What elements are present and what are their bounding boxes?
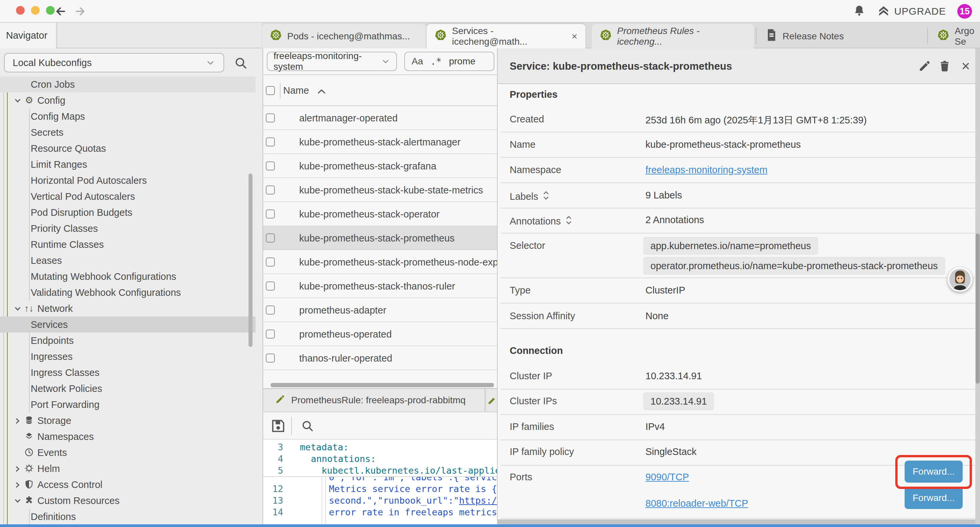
row-checkbox[interactable] (266, 209, 275, 218)
back-arrow-icon[interactable] (53, 5, 67, 18)
row-checkbox[interactable] (266, 234, 275, 242)
sidebar-item-port-forwarding[interactable]: Port Forwarding (0, 396, 256, 412)
save-icon[interactable] (270, 418, 286, 435)
chevron-down-icon[interactable] (14, 497, 21, 505)
table-row[interactable]: kube-prometheus-stack-grafana (263, 154, 497, 178)
runbook-url-link[interactable]: https://net (459, 495, 497, 506)
sidebar-item-mutating-webhook-configurations[interactable]: Mutating Webhook Configurations (0, 269, 256, 285)
expand-collapse-icon[interactable] (565, 215, 572, 228)
namespace-select[interactable]: freeleaps-monitoring-system (267, 52, 397, 71)
bell-icon[interactable] (853, 4, 865, 18)
sidebar-item-validating-webhook-configurations[interactable]: Validating Webhook Configurations (0, 285, 256, 301)
forward-port-button[interactable]: Forward... (905, 487, 963, 509)
sidebar-item-config[interactable]: ⚙︎ Config (0, 92, 256, 108)
detail-bottom-scrollbar[interactable] (498, 519, 980, 524)
navigator-panel-tab[interactable]: Navigator (0, 23, 57, 48)
sidebar-item-endpoints[interactable]: Endpoints (0, 333, 256, 349)
sidebar-item-storage[interactable]: Storage (0, 412, 256, 428)
row-checkbox[interactable] (266, 161, 275, 170)
sort-ascending-icon[interactable] (317, 88, 326, 94)
sidebar-item-ingress-classes[interactable]: Ingress Classes (0, 365, 256, 381)
annotations-value[interactable]: 2 Annotations (646, 215, 704, 226)
sidebar-item-config-maps[interactable]: Config Maps (0, 108, 256, 124)
table-row[interactable]: kube-prometheus-stack-prometheus-node-ex… (263, 250, 497, 274)
tab-pods[interactable]: Pods - icecheng@mathmas... (262, 24, 426, 48)
sidebar-item-runtime-classes[interactable]: Runtime Classes (0, 236, 256, 253)
horizontal-scrollbar[interactable] (270, 383, 494, 387)
sidebar-divider[interactable] (262, 48, 263, 527)
table-row[interactable]: alertmanager-operated (263, 106, 497, 130)
kubeconfig-select[interactable]: Local Kubeconfigs (4, 53, 224, 72)
row-checkbox[interactable] (266, 185, 275, 194)
close-window-button[interactable] (16, 6, 25, 15)
table-row[interactable]: prometheus-operated (263, 322, 497, 346)
user-avatar[interactable] (948, 267, 972, 292)
row-checkbox[interactable] (266, 258, 275, 266)
regex-toggle[interactable]: .* (430, 56, 442, 67)
sidebar-item-limit-ranges[interactable]: Limit Ranges (0, 156, 256, 172)
editor-search-icon[interactable] (301, 419, 315, 434)
port-link-9090[interactable]: 9090/TCP (646, 471, 689, 482)
tab-release-notes[interactable]: Release Notes (758, 24, 926, 48)
row-checkbox[interactable] (266, 282, 275, 291)
sidebar-item-custom-resources[interactable]: Custom Resources (0, 493, 256, 509)
expand-collapse-icon[interactable] (543, 190, 549, 204)
notification-count-badge[interactable]: 15 (957, 4, 972, 19)
search-icon[interactable] (234, 56, 248, 72)
yaml-editor[interactable]: 0","for":"1m","labels":{"service":" 12 M… (263, 439, 497, 524)
name-column-header[interactable]: Name (283, 75, 309, 106)
row-checkbox[interactable] (266, 353, 275, 363)
table-row[interactable]: kube-prometheus-stack-operator (263, 202, 497, 226)
labels-value[interactable]: 9 Labels (646, 190, 682, 201)
detail-panel-divider[interactable] (497, 48, 498, 527)
row-checkbox[interactable] (266, 306, 275, 315)
port-link-8080[interactable]: 8080:reloader-web/TCP (646, 498, 748, 509)
tab-argo[interactable]: Argo Se (929, 24, 980, 48)
trash-icon[interactable] (936, 58, 953, 74)
namespace-link[interactable]: freeleaps-monitoring-system (646, 164, 767, 175)
sidebar-item-helm[interactable]: Helm (0, 461, 256, 477)
sidebar-item-leases[interactable]: Leases (0, 253, 256, 269)
select-all-checkbox[interactable] (266, 86, 275, 95)
table-row[interactable]: kube-prometheus-stack-kube-state-metrics (263, 178, 497, 202)
sidebar-item-events[interactable]: Events (0, 444, 256, 461)
sidebar-item-network[interactable]: ↑↓ Network (0, 301, 256, 317)
minimize-window-button[interactable] (31, 6, 40, 15)
tab-prometheus-rules[interactable]: Prometheus Rules - icecheng... (592, 24, 754, 48)
filter-input[interactable]: Aa .* prome (404, 52, 494, 71)
sidebar-item-secrets[interactable]: Secrets (0, 124, 256, 140)
table-row[interactable]: kube-prometheus-stack-thanos-ruler (263, 274, 497, 298)
chevron-down-icon[interactable] (14, 305, 21, 312)
sidebar-item-network-policies[interactable]: Network Policies (0, 381, 256, 396)
chevron-right-icon[interactable] (14, 417, 21, 425)
sidebar-item-services[interactable]: Services (0, 317, 256, 333)
chevron-down-icon[interactable] (14, 97, 21, 104)
close-panel-icon[interactable]: × (957, 58, 974, 74)
sidebar-item-priority-classes[interactable]: Priority Classes (0, 220, 256, 236)
forward-arrow-icon[interactable] (74, 5, 88, 18)
table-row-selected[interactable]: kube-prometheus-stack-prometheus (263, 226, 497, 250)
tab-services[interactable]: Services - icecheng@math... × (426, 24, 585, 48)
upgrade-button[interactable]: UPGRADE (877, 4, 946, 19)
sidebar-item-namespaces[interactable]: Namespaces (0, 428, 256, 444)
sidebar-item-pod-disruption-budgets[interactable]: Pod Disruption Budgets (0, 204, 256, 220)
sidebar-item-definitions[interactable]: Definitions (0, 509, 256, 524)
chevron-right-icon[interactable] (14, 465, 21, 473)
table-row[interactable]: prometheus-adapter (263, 298, 497, 322)
detail-scrollbar-thumb[interactable] (976, 234, 980, 384)
sidebar-item-cron-jobs[interactable]: Cron Jobs (0, 76, 256, 92)
close-tab-icon[interactable]: × (571, 31, 578, 42)
sidebar-scrollbar[interactable] (248, 174, 253, 347)
table-row[interactable]: thanos-ruler-operated (263, 346, 497, 370)
editor-tab-partial[interactable] (486, 389, 497, 412)
table-row[interactable]: kube-prometheus-stack-alertmanager (263, 130, 497, 154)
sidebar-item-vertical-pod-autoscalers[interactable]: Vertical Pod Autoscalers (0, 188, 256, 204)
chevron-right-icon[interactable] (14, 481, 21, 489)
row-checkbox[interactable] (266, 330, 275, 339)
editor-tab-prometheusrule[interactable]: PrometheusRule: freeleaps-prod-rabbitmq (263, 389, 485, 412)
match-case-toggle[interactable]: Aa (412, 56, 423, 67)
sidebar-item-ingresses[interactable]: Ingresses (0, 349, 256, 365)
sidebar-item-access-control[interactable]: Access Control (0, 477, 256, 493)
sidebar-item-horizontal-pod-autoscalers[interactable]: Horizontal Pod Autoscalers (0, 172, 256, 188)
row-checkbox[interactable] (266, 137, 275, 146)
